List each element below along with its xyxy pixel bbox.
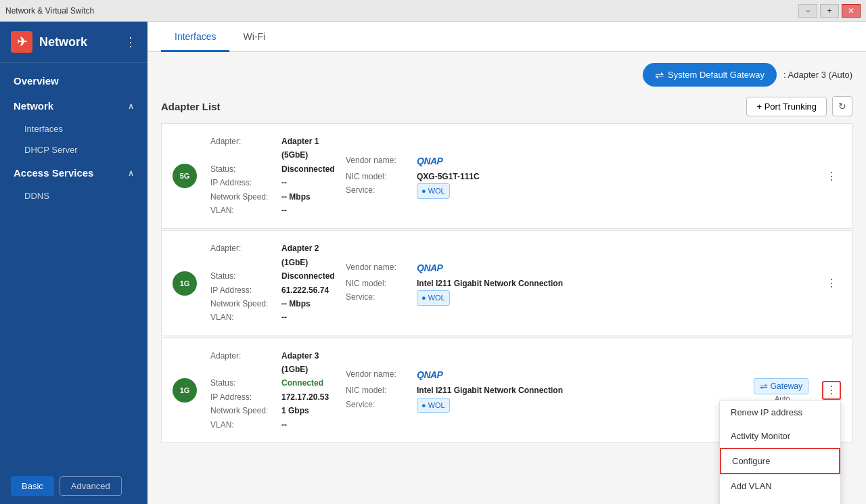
nic-label: NIC model: [346, 170, 417, 183]
adapter3-fields: Adapter: Adapter 3 (1GbE) Status: Connec… [210, 349, 332, 432]
adapter2-service-row: Service: ● WOL [346, 290, 817, 306]
sidebar-item-dhcp-server[interactable]: DHCP Server [0, 139, 147, 160]
basic-button[interactable]: Basic [11, 476, 54, 496]
dropdown-add-vlan[interactable]: Add VLAN [720, 474, 840, 498]
adapter2-icon-text: 1G [180, 279, 190, 288]
adapter3-nic-row: NIC model: Intel I211 Gigabit Network Co… [346, 384, 754, 397]
speed-label2: Network Speed: [210, 297, 281, 311]
adapter3-ip: 172.17.20.53 [281, 390, 329, 404]
adapter2-menu-button[interactable]: ⋮ [822, 274, 841, 293]
adapter3-menu-button[interactable]: ⋮ [822, 381, 841, 400]
adapter-label: Adapter: [210, 135, 281, 162]
vlan-label: VLAN: [210, 204, 281, 217]
adapter3-dropdown-menu: Renew IP address Activity Monitor Config… [719, 400, 841, 504]
sidebar-item-ddns[interactable]: DDNS [0, 185, 147, 206]
ip-label2: IP Address: [210, 283, 281, 297]
sidebar-item-overview[interactable]: Overview [0, 68, 147, 93]
content-area: ⇌ System Default Gateway : Adapter 3 (Au… [147, 52, 866, 504]
tab-interfaces-label: Interfaces [175, 31, 216, 42]
adapter-label2: Adapter: [210, 242, 281, 269]
adapter2-wol-badge: ● WOL [417, 290, 450, 306]
adapter3-vlan-row: VLAN: -- [210, 418, 332, 432]
adapter1-vlan-row: VLAN: -- [210, 204, 335, 217]
adapter2-service-text: WOL [428, 292, 445, 304]
adapter-list-actions: + Port Trunking ↻ [746, 96, 852, 116]
port-trunking-button[interactable]: + Port Trunking [746, 97, 827, 116]
gateway-badge: ⇌ Gateway [754, 378, 808, 394]
sidebar-app-title: Network [39, 35, 87, 49]
sidebar-nav: Overview Network ∧ Interfaces DHCP Serve… [0, 63, 147, 468]
sidebar-item-dhcp-label: DHCP Server [24, 145, 78, 155]
tabs: Interfaces Wi-Fi [147, 22, 866, 52]
chevron-up-icon2: ∧ [128, 168, 134, 178]
adapter2-vendor-name: QNAP [417, 260, 442, 277]
adapter1-wol-badge: ● WOL [417, 183, 450, 199]
adapter2-ip-row: IP Address: 61.222.56.74 [210, 283, 335, 297]
adapter3-nic: Intel I211 Gigabit Network Connection [417, 384, 563, 397]
tab-wifi[interactable]: Wi-Fi [229, 22, 279, 52]
sidebar-item-access-services[interactable]: Access Services ∧ [0, 160, 147, 185]
adapter2-vendor: Vendor name: QNAP NIC model: Intel I211 … [332, 260, 817, 306]
adapter3-status-row: Status: Connected [210, 376, 332, 390]
adapter3-icon-text: 1G [180, 386, 190, 394]
sidebar-more-icon[interactable]: ⋮ [124, 35, 137, 49]
minimize-button[interactable]: − [798, 4, 817, 18]
adapter3-right: ⇌ Gateway Auto ⋮ Renew IP address Activi… [754, 378, 841, 403]
adapter2-nic: Intel I211 Gigabit Network Connection [417, 277, 563, 290]
system-default-gateway-button[interactable]: ⇌ System Default Gateway [643, 63, 777, 87]
adapter1-status: Disconnected [281, 162, 335, 176]
advanced-button[interactable]: Advanced [60, 476, 122, 496]
vendor-label3: Vendor name: [346, 367, 417, 384]
gateway-badge-icon: ⇌ [760, 381, 768, 392]
adapter3-service-row: Service: ● WOL [346, 398, 754, 413]
service-label2: Service: [346, 290, 417, 306]
toolbar: ⇌ System Default Gateway : Adapter 3 (Au… [161, 63, 852, 87]
main-content: Interfaces Wi-Fi ⇌ System Default Gatewa… [147, 22, 866, 504]
adapter2-nic-row: NIC model: Intel I211 Gigabit Network Co… [346, 277, 817, 290]
status-label3: Status: [210, 376, 281, 390]
wol-icon2: ● [421, 292, 426, 304]
adapter1-menu-button[interactable]: ⋮ [822, 166, 841, 185]
adapter1-vendor: Vendor name: QNAP NIC model: QXG-5G1T-11… [332, 154, 817, 199]
tab-interfaces[interactable]: Interfaces [161, 22, 229, 52]
refresh-button[interactable]: ↻ [832, 96, 852, 116]
gateway-adapter-label: : Adapter 3 (Auto) [783, 70, 852, 80]
adapter3-icon: 1G [173, 378, 197, 403]
sidebar-item-interfaces[interactable]: Interfaces [0, 118, 147, 139]
adapter1-ip: -- [281, 176, 287, 189]
adapter1-speed-row: Network Speed: -- Mbps [210, 190, 335, 204]
adapter2-vlan: -- [281, 311, 287, 324]
app: ✈ Network ⋮ Overview Network ∧ Interface… [0, 22, 866, 504]
adapter-list-header: Adapter List + Port Trunking ↻ [161, 96, 852, 116]
dropdown-activity-monitor[interactable]: Activity Monitor [720, 424, 840, 448]
adapter2-fields: Adapter: Adapter 2 (1GbE) Status: Discon… [210, 242, 332, 324]
adapter1-nic: QXG-5G1T-111C [417, 170, 480, 183]
dropdown-information[interactable]: Information [720, 498, 840, 504]
sidebar-item-network[interactable]: Network ∧ [0, 93, 147, 118]
adapter1-vendor-name-row: Vendor name: QNAP [346, 154, 817, 170]
maximize-button[interactable]: + [820, 4, 839, 18]
titlebar-controls: − + ✕ [798, 4, 861, 18]
adapter-row-2: 1G Adapter: Adapter 2 (1GbE) Status: Dis… [161, 230, 852, 336]
adapter1-details: Adapter: Adapter 1 (5GbE) Status: Discon… [210, 135, 332, 217]
adapter3-status: Connected [281, 376, 323, 390]
chevron-up-icon: ∧ [128, 101, 134, 111]
sidebar-item-interfaces-label: Interfaces [24, 124, 63, 134]
dropdown-configure[interactable]: Configure [720, 448, 840, 474]
sidebar-item-overview-label: Overview [14, 75, 59, 87]
adapter2-right: ⋮ [817, 274, 841, 293]
adapter2-ip: 61.222.56.74 [281, 283, 329, 297]
close-button[interactable]: ✕ [842, 4, 861, 18]
adapter3-speed-row: Network Speed: 1 Gbps [210, 404, 332, 417]
titlebar-title: Network & Virtual Switch [5, 6, 94, 16]
adapter1-right: ⋮ [817, 166, 841, 185]
sidebar-footer: Basic Advanced [0, 468, 147, 504]
adapter2-name: Adapter 2 (1GbE) [281, 242, 335, 269]
adapter1-vlan: -- [281, 204, 287, 217]
gateway-block: ⇌ Gateway Auto [754, 378, 808, 403]
tab-wifi-label: Wi-Fi [243, 31, 265, 42]
adapter3-ip-row: IP Address: 172.17.20.53 [210, 390, 332, 404]
titlebar: Network & Virtual Switch − + ✕ [0, 0, 866, 22]
vlan-label3: VLAN: [210, 418, 281, 432]
dropdown-renew-ip[interactable]: Renew IP address [720, 400, 840, 424]
